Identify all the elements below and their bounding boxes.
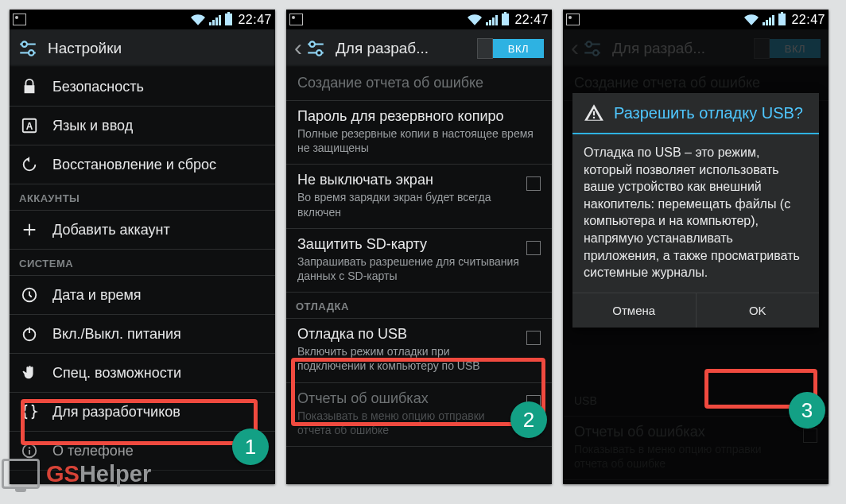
language-icon: A [21,117,38,134]
setting-power[interactable]: Вкл./Выкл. питания [10,315,275,354]
pref-title: Создание отчета об ошибке [297,75,541,91]
signal-icon [486,14,498,25]
settings-icon [17,38,38,59]
notification-icon [566,14,580,25]
svg-rect-20 [593,117,595,118]
battery-icon [225,14,232,25]
notification-icon [13,14,26,25]
plus-icon [21,221,38,238]
checkbox[interactable] [526,241,541,255]
step-badge-2: 2 [510,401,547,438]
svg-rect-19 [593,111,595,115]
info-icon [21,442,38,459]
setting-label: Добавить аккаунт [52,222,170,238]
status-clock: 22:47 [791,13,825,27]
checkbox[interactable] [526,331,541,345]
setting-label: Спец. возможности [52,365,181,382]
usb-debug-dialog: Разрешить отладку USB? Отладка по USB – … [572,93,819,328]
wifi-icon [468,13,482,27]
phone-screenshot-3: 22:47 ‹ Для разраб... ВКЛ Создание отчет… [563,10,829,484]
toggle-on[interactable]: ВКЛ [493,39,544,58]
pref-bug-report[interactable]: Создание отчета об ошибке [286,68,552,101]
settings-list[interactable]: Безопасность A Язык и ввод Восстановлени… [10,68,275,484]
action-bar-title: Настройки [48,40,122,57]
pref-summary: Во время зарядки экран будет всегда вклю… [297,190,520,219]
hand-icon [21,364,38,382]
svg-rect-10 [29,450,30,455]
status-bar: 22:47 [286,10,552,29]
setting-backup[interactable]: Восстановление и сброс [10,145,275,184]
signal-icon [763,14,774,25]
checkbox[interactable] [526,176,541,191]
braces-icon [21,403,38,421]
pref-backup-password[interactable]: Пароль для резервного копиро Полные резе… [286,101,552,165]
action-bar: ‹ Для разраб... ВКЛ [286,29,552,68]
status-bar: 22:47 [563,10,829,29]
pref-summary: Показывать в меню опцию отправки отчета … [297,409,520,437]
watermark-text-a: GS [46,461,80,487]
setting-label: Восстановление и сброс [52,157,216,173]
svg-point-2 [21,41,27,47]
setting-label: О телефоне [52,443,134,459]
svg-point-3 [29,50,34,55]
pref-title: Отладка по USB [297,326,520,343]
dialog-title: Разрешить отладку USB? [614,103,803,122]
watermark: GSHelper [2,459,151,489]
lock-icon [21,78,38,95]
setting-accessibility[interactable]: Спец. возможности [10,354,275,393]
pref-summary: Запрашивать разрешение для считывания да… [297,254,520,283]
dialog-ok-button[interactable]: OK [697,293,820,328]
action-bar: Настройки [10,29,275,68]
pref-title: Защитить SD-карту [297,236,520,253]
notification-icon [289,14,303,25]
power-icon [21,325,38,343]
pref-stay-awake[interactable]: Не выключать экран Во время зарядки экра… [286,165,552,228]
pref-usb-debugging[interactable]: Отладка по USB Включить режим отладки пр… [286,319,552,382]
setting-developer-options[interactable]: Для разработчиков [10,393,275,432]
svg-text:A: A [26,121,33,132]
setting-label: Дата и время [52,287,142,304]
pref-summary: Полные резервные копии в настоящее время… [297,126,541,155]
status-bar: 22:47 [10,10,275,29]
pref-title: Отчеты об ошибках [297,390,520,407]
phone-screenshot-1: 22:47 Настройки Безопасность A Язык и вв… [10,10,275,484]
setting-label: Вкл./Выкл. питания [52,326,181,343]
setting-security[interactable]: Безопасность [10,68,275,107]
monitor-icon [2,459,40,489]
settings-icon [305,38,326,59]
status-clock: 22:47 [238,13,272,27]
clock-icon [21,286,38,304]
restore-icon [21,156,38,173]
step-badge-3: 3 [789,392,825,428]
setting-label: Для разработчиков [52,404,180,421]
pref-title: Пароль для резервного копиро [297,108,541,125]
status-clock: 22:47 [514,13,549,27]
dialog-cancel-button[interactable]: Отмена [572,293,697,328]
svg-point-13 [309,41,315,47]
wifi-icon [744,13,759,27]
setting-add-account[interactable]: Добавить аккаунт [10,211,275,250]
wifi-icon [191,13,205,27]
step-badge-1: 1 [232,428,269,465]
setting-label: Язык и ввод [52,118,133,134]
svg-point-9 [29,447,30,448]
svg-point-14 [316,50,322,55]
section-header-system: СИСТЕМА [10,250,275,276]
signal-icon [209,14,221,25]
dialog-body: Отладка по USB – это режим, который позв… [572,134,819,293]
section-header-accounts: АККАУНТЫ [10,184,275,211]
setting-label: Безопасность [52,79,144,95]
watermark-text-b: Helper [80,461,151,487]
section-header-debug: ОТЛАДКА [286,293,552,319]
action-bar-title: Для разраб... [336,40,429,57]
battery-icon [502,14,509,25]
warning-icon [584,103,604,123]
pref-summary: Включить режим отладки при подключении к… [297,344,520,373]
pref-title: Не выключать экран [297,172,520,188]
pref-protect-sd[interactable]: Защитить SD-карту Запрашивать разрешение… [286,229,552,293]
phone-screenshot-2: 22:47 ‹ Для разраб... ВКЛ Создание отчет… [286,10,552,484]
battery-icon [778,14,786,25]
setting-date-time[interactable]: Дата и время [10,276,275,315]
setting-language[interactable]: A Язык и ввод [10,107,275,145]
